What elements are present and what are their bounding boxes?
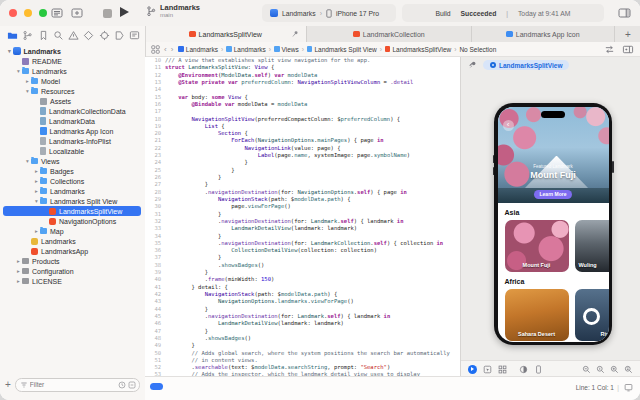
add-editor-icon[interactable] bbox=[622, 44, 634, 55]
panel-toggle-icon[interactable] bbox=[618, 7, 631, 19]
file-tree-item[interactable]: ▾Resources bbox=[3, 86, 141, 96]
disclosure-icon[interactable]: ▸ bbox=[33, 228, 40, 234]
breadcrumb-item[interactable]: No Selection bbox=[459, 46, 496, 53]
breadcrumb-item[interactable]: Landmarks bbox=[226, 46, 266, 53]
stop-button[interactable] bbox=[103, 9, 112, 18]
landmark-card[interactable]: Sahara Desert bbox=[505, 289, 569, 341]
disclosure-icon[interactable]: ▸ bbox=[15, 268, 22, 274]
editor-display-icon[interactable] bbox=[624, 383, 633, 392]
color-scheme-icon[interactable] bbox=[519, 365, 528, 374]
tests-navigator-icon[interactable] bbox=[83, 30, 94, 41]
file-tree-item[interactable]: Landmarks-InfoPlist bbox=[3, 136, 141, 146]
scope-box-icon[interactable] bbox=[128, 381, 136, 389]
breadcrumb-item[interactable]: Landmarks Split View bbox=[307, 46, 377, 53]
editor-tab[interactable]: LandmarkCollection bbox=[307, 26, 472, 42]
breadcrumb-item[interactable]: Views bbox=[274, 46, 299, 53]
file-tree-item[interactable]: ▸LICENSE bbox=[3, 276, 141, 286]
zoom-window-button[interactable] bbox=[39, 9, 47, 17]
file-tree-item[interactable]: Landmarks bbox=[3, 236, 141, 246]
breakpoints-navigator-icon[interactable] bbox=[114, 30, 125, 41]
file-tree-item[interactable]: Assets bbox=[3, 96, 141, 106]
pin-icon[interactable] bbox=[291, 30, 299, 38]
debug-navigator-icon[interactable] bbox=[99, 30, 110, 41]
back-icon[interactable]: ‹ bbox=[503, 120, 514, 131]
variants-icon[interactable] bbox=[498, 365, 507, 374]
disclosure-icon[interactable]: ▾ bbox=[6, 48, 13, 54]
zoom-actual-size-icon[interactable] bbox=[596, 365, 605, 374]
landmark-card[interactable]: River bbox=[575, 289, 609, 341]
scheme-project[interactable]: Landmarks main bbox=[146, 3, 200, 20]
zoom-in-icon[interactable] bbox=[610, 365, 619, 374]
adjust-editor-icon[interactable] bbox=[604, 44, 615, 55]
minimize-window-button[interactable] bbox=[24, 9, 32, 17]
preview-target-pill[interactable]: LandmarksSplitView bbox=[483, 60, 569, 70]
disclosure-icon[interactable]: ▾ bbox=[24, 88, 31, 94]
bookmarks-navigator-icon[interactable] bbox=[38, 30, 49, 41]
file-tree-item[interactable]: ▾Landmarks bbox=[3, 66, 141, 76]
find-navigator-icon[interactable] bbox=[53, 30, 64, 41]
disclosure-icon[interactable]: ▸ bbox=[33, 178, 40, 184]
file-tree-item[interactable]: ▾Views bbox=[3, 156, 141, 166]
disclosure-icon[interactable]: ▾ bbox=[15, 68, 22, 74]
related-items-icon[interactable] bbox=[151, 45, 160, 54]
filter-input[interactable] bbox=[30, 379, 115, 391]
learn-more-button[interactable]: Learn More bbox=[534, 190, 573, 199]
project-navigator-icon[interactable] bbox=[7, 30, 18, 41]
file-tree-item[interactable]: LandmarkData bbox=[3, 116, 141, 126]
disclosure-icon[interactable]: ▸ bbox=[33, 168, 40, 174]
file-tree-item[interactable]: README bbox=[3, 56, 141, 66]
zoom-to-fit-icon[interactable] bbox=[624, 365, 633, 374]
disclosure-icon[interactable]: ▸ bbox=[15, 258, 22, 264]
sidebar-list-icon[interactable] bbox=[51, 7, 63, 19]
source-editor[interactable]: 10/// A view that establishes split view… bbox=[145, 57, 460, 377]
activity-view[interactable]: Build Succeeded | Today at 9:41 AM bbox=[402, 4, 604, 22]
file-tree-item[interactable]: LandmarksSplitView bbox=[3, 206, 141, 216]
disclosure-icon[interactable]: ▸ bbox=[15, 278, 22, 284]
file-tree-item[interactable]: ▸Products bbox=[3, 256, 141, 266]
file-tree-item[interactable]: ▸Badges bbox=[3, 166, 141, 176]
disclosure-icon[interactable]: ▾ bbox=[24, 158, 31, 164]
add-file-button[interactable]: + bbox=[5, 380, 11, 390]
file-tree-item[interactable]: LandmarksApp bbox=[3, 246, 141, 256]
file-tree-item[interactable]: Landmarks App Icon bbox=[3, 126, 141, 136]
run-button[interactable] bbox=[120, 7, 129, 17]
reports-navigator-icon[interactable] bbox=[129, 30, 140, 41]
issues-navigator-icon[interactable] bbox=[68, 30, 79, 41]
file-tree-item[interactable]: ▸Landmarks bbox=[3, 186, 141, 196]
disclosure-icon[interactable]: ▾ bbox=[33, 198, 40, 204]
editor-tab[interactable]: LandmarksSplitView bbox=[145, 26, 307, 42]
file-tree-item[interactable]: ▾Landmarks Split View bbox=[3, 196, 141, 206]
landmark-card[interactable]: Wuling bbox=[575, 220, 609, 272]
code-line: 20 Section { bbox=[145, 130, 460, 137]
file-tree-item[interactable]: ▾Landmarks bbox=[3, 46, 141, 56]
landmark-card[interactable]: Mount Fuji bbox=[505, 220, 569, 272]
selectable-mode-icon[interactable] bbox=[483, 365, 492, 374]
close-window-button[interactable] bbox=[9, 9, 17, 17]
source-control-navigator-icon[interactable] bbox=[22, 30, 33, 41]
file-tree-item[interactable]: ▸Model bbox=[3, 76, 141, 86]
traffic-lights bbox=[9, 9, 47, 17]
file-tree-item[interactable]: NavigationOptions bbox=[3, 216, 141, 226]
file-tree-item[interactable]: ▸Map bbox=[3, 226, 141, 236]
scheme-device-selector[interactable]: Landmarks › iPhone 17 Pro bbox=[262, 4, 396, 22]
disclosure-icon[interactable]: ▸ bbox=[33, 188, 40, 194]
device-settings-icon[interactable] bbox=[534, 365, 543, 374]
breadcrumb-item[interactable]: Landmarks bbox=[178, 46, 218, 53]
live-preview-icon[interactable] bbox=[468, 365, 477, 374]
featured-hero[interactable]: ‹ Featured Landmark Mount Fuji Learn Mor… bbox=[498, 107, 609, 203]
file-tree-item[interactable]: ▸Collections bbox=[3, 176, 141, 186]
recents-clock-icon[interactable] bbox=[118, 381, 126, 389]
file-tree-item[interactable]: Localizable bbox=[3, 146, 141, 156]
back-nav-button[interactable]: ‹ bbox=[164, 45, 167, 54]
editor-tab[interactable]: Landmarks App Icon bbox=[472, 26, 615, 42]
disclosure-icon[interactable]: ▸ bbox=[24, 78, 31, 84]
file-tree-item[interactable]: LandmarkCollectionData bbox=[3, 106, 141, 116]
file-tree-item[interactable]: ▸Configuration bbox=[3, 266, 141, 276]
forward-nav-button[interactable]: › bbox=[171, 45, 174, 54]
filter-field[interactable] bbox=[15, 378, 140, 392]
pin-icon[interactable] bbox=[468, 60, 477, 70]
add-tab-button[interactable]: + bbox=[616, 26, 640, 42]
breadcrumb-item[interactable]: LandmarksSplitView bbox=[385, 46, 451, 53]
zoom-out-icon[interactable] bbox=[582, 365, 591, 374]
new-tab-icon[interactable] bbox=[71, 7, 83, 19]
